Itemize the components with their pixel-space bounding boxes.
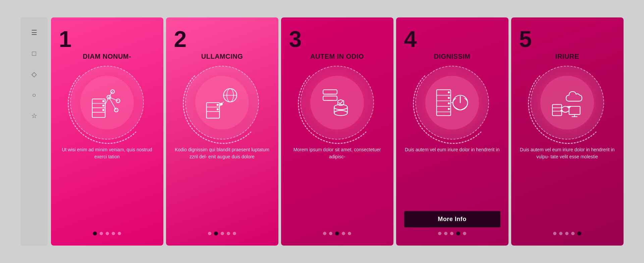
dot-2[interactable] [100, 232, 103, 235]
dot-1[interactable] [208, 232, 211, 235]
dot-2[interactable] [444, 232, 447, 235]
dot-2[interactable] [214, 231, 218, 235]
dot-1[interactable] [553, 232, 556, 235]
svg-point-37 [448, 97, 449, 99]
card-5: 5 IRIURE [511, 17, 624, 246]
card-2: 2 ULLAMCING [166, 17, 278, 246]
svg-point-21 [227, 89, 233, 102]
dot-4[interactable] [112, 232, 115, 235]
square-icon[interactable]: □ [29, 48, 39, 58]
dot-4[interactable] [456, 231, 460, 235]
svg-rect-0 [92, 99, 105, 117]
svg-rect-15 [207, 103, 220, 118]
dot-5[interactable] [118, 232, 121, 235]
card-4-number: 4 [404, 28, 417, 50]
svg-point-20 [223, 89, 237, 102]
svg-rect-45 [569, 106, 580, 114]
svg-marker-48 [560, 110, 563, 112]
page-wrapper: ☰ □ ◇ ○ ☆ 1 DIAM NONUM- [0, 0, 644, 263]
dot-4[interactable] [571, 232, 575, 235]
star-icon[interactable]: ☆ [29, 111, 39, 121]
svg-point-39 [448, 108, 449, 110]
cards-container: 1 DIAM NONUM- [51, 17, 624, 246]
dot-1[interactable] [438, 232, 441, 235]
card-4-description: Duis autem vel eum iriure dolor in hendr… [405, 146, 499, 204]
dot-5[interactable] [348, 232, 351, 235]
svg-point-8 [116, 99, 120, 103]
card-2-dots [208, 231, 236, 235]
dot-4[interactable] [227, 232, 230, 235]
dot-1[interactable] [93, 231, 97, 235]
card-2-icon-inner [195, 76, 249, 129]
card-4-icon-inner [425, 76, 479, 129]
svg-rect-26 [323, 96, 337, 100]
card-2-number: 2 [174, 28, 187, 50]
database-shield-icon [319, 84, 356, 121]
card-3-number: 3 [289, 28, 302, 50]
svg-line-13 [109, 97, 118, 101]
svg-point-18 [217, 104, 218, 105]
card-5-title: IRIURE [555, 52, 579, 60]
svg-point-30 [334, 110, 347, 115]
svg-point-6 [103, 109, 104, 111]
svg-rect-25 [323, 90, 337, 94]
dot-5[interactable] [577, 231, 581, 235]
dot-5[interactable] [233, 232, 236, 235]
card-5-icon-circle [530, 66, 604, 140]
card-3-title: AUTEM IN ODIO [310, 52, 364, 60]
card-4-title: DIGNISSIM [434, 52, 471, 60]
dot-3[interactable] [335, 231, 339, 235]
server-power-icon [434, 84, 471, 121]
card-1-icon-inner [80, 76, 134, 129]
svg-point-5 [103, 105, 104, 106]
svg-point-10 [107, 95, 111, 99]
svg-rect-31 [437, 90, 451, 116]
svg-point-19 [217, 109, 218, 110]
server-globe-icon [204, 84, 240, 121]
network-server-icon [89, 84, 125, 121]
dot-3[interactable] [106, 232, 109, 235]
card-4: 4 DIGNISSIM [396, 17, 508, 246]
card-5-icon-inner [540, 76, 594, 129]
card-5-dots [553, 231, 581, 235]
card-3-dots [323, 231, 351, 235]
svg-rect-42 [552, 105, 562, 116]
dot-5[interactable] [463, 232, 466, 235]
more-info-button[interactable]: More Info [404, 211, 500, 227]
card-1: 1 DIAM NONUM- [51, 17, 163, 246]
card-4-dots [438, 231, 466, 235]
svg-point-36 [448, 92, 449, 93]
svg-point-38 [448, 103, 449, 104]
menu-icon[interactable]: ☰ [29, 28, 39, 38]
card-2-description: Kodio dignissim qui blandit praesent lup… [174, 146, 270, 227]
dot-3[interactable] [221, 232, 224, 235]
card-2-title: ULLAMCING [201, 52, 243, 60]
svg-point-27 [334, 105, 347, 110]
sidebar: ☰ □ ◇ ○ ☆ [21, 17, 48, 246]
cloud-transfer-icon [549, 84, 586, 121]
circle-icon[interactable]: ○ [29, 90, 39, 100]
svg-line-11 [105, 97, 109, 105]
dot-1[interactable] [323, 232, 326, 235]
svg-line-23 [219, 102, 223, 106]
card-1-title: DIAM NONUM- [83, 52, 131, 60]
card-3-icon-inner [310, 76, 364, 129]
card-1-description: Ut wisi enim ad minim veniam, quis nostr… [59, 146, 155, 227]
svg-point-9 [114, 108, 118, 112]
svg-point-24 [220, 103, 223, 105]
svg-point-7 [111, 90, 114, 94]
card-1-icon-circle [70, 66, 144, 140]
dot-2[interactable] [329, 232, 332, 235]
diamond-icon[interactable]: ◇ [29, 69, 39, 79]
dot-3[interactable] [450, 232, 453, 235]
card-4-icon-circle [415, 66, 489, 140]
svg-point-4 [103, 100, 104, 102]
card-2-icon-circle [185, 66, 259, 140]
svg-line-14 [109, 97, 116, 110]
dot-2[interactable] [559, 232, 562, 235]
card-5-description: Duis autem vel eum iriure dolor in hendr… [519, 146, 615, 227]
dot-4[interactable] [342, 232, 345, 235]
dot-3[interactable] [565, 232, 569, 235]
card-1-number: 1 [59, 28, 72, 50]
card-3: 3 AUTEM IN ODIO [281, 17, 393, 246]
